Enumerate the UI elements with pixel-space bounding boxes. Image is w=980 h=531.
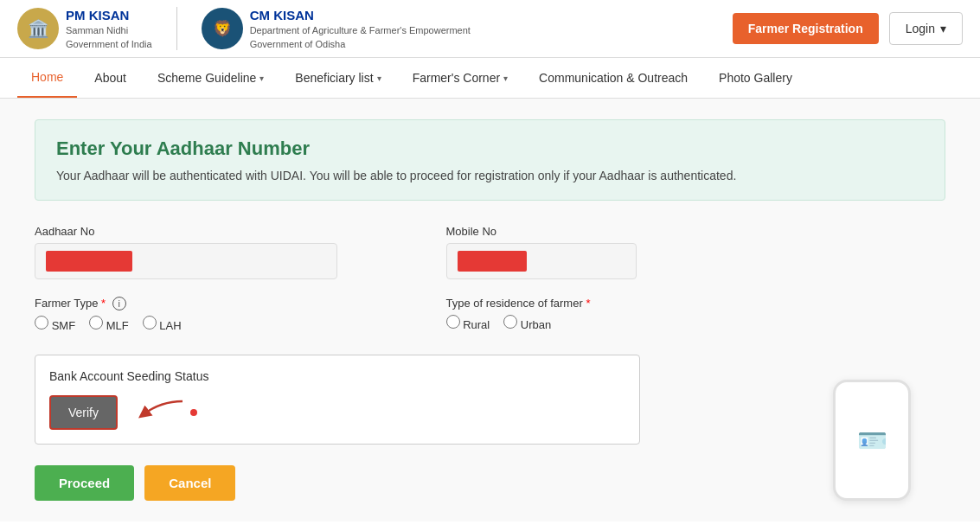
pm-kisan-text: PM KISAN Samman Nidhi Government of Indi… [66, 8, 152, 50]
chevron-down-icon: ▾ [377, 74, 381, 83]
bank-seeding-section: Bank Account Seeding Status Verify [35, 355, 640, 445]
bank-section-title: Bank Account Seeding Status [49, 369, 625, 383]
dot-indicator [190, 409, 197, 416]
aadhaar-label: Aadhaar No [35, 225, 405, 238]
form-area: Aadhaar No Mobile No Farmer Type [35, 225, 816, 501]
main-nav: Home About Scheme Guideline ▾ Beneficiar… [0, 58, 980, 99]
info-title: Enter Your Aadhaar Number [56, 138, 924, 160]
chevron-down-icon: ▾ [259, 74, 264, 83]
phone-mockup-area: 🪪 [833, 225, 945, 501]
logo-divider [176, 7, 177, 50]
verify-button[interactable]: Verify [49, 395, 118, 430]
header: 🏛️ PM KISAN Samman Nidhi Government of I… [0, 0, 980, 58]
residence-label: Type of residence of farmer * [446, 297, 817, 310]
bank-row: Verify [49, 395, 625, 430]
residence-rural-option[interactable]: Rural [446, 315, 490, 331]
nav-farmers-corner[interactable]: Farmer's Corner ▾ [399, 59, 522, 97]
nav-home[interactable]: Home [17, 58, 77, 98]
cm-kisan-logo-section: 🦁 CM KISAN Department of Agriculture & F… [202, 8, 471, 50]
info-text: Your Aadhaar will be authenticated with … [56, 169, 924, 182]
farmer-type-label: Farmer Type * i [35, 297, 405, 310]
login-label: Login [906, 22, 935, 35]
aadhaar-info-box: Enter Your Aadhaar Number Your Aadhaar w… [35, 119, 945, 201]
farmer-type-lah-option[interactable]: LAH [143, 316, 182, 332]
pm-kisan-gov: Government of India [66, 39, 152, 49]
farmer-registration-button[interactable]: Farmer Registration [733, 13, 879, 44]
mobile-group: Mobile No [446, 225, 817, 279]
farmer-type-smf-label: SMF [52, 319, 75, 332]
arrow-icon [135, 397, 187, 428]
pm-kisan-title: PM KISAN [66, 8, 152, 22]
nav-communication-outreach[interactable]: Communication & Outreach [525, 59, 701, 97]
farmer-type-lah-radio[interactable] [143, 316, 157, 329]
farmer-type-smf-radio[interactable] [35, 316, 48, 329]
aadhaar-input-wrapper [35, 243, 337, 279]
header-logos: 🏛️ PM KISAN Samman Nidhi Government of I… [17, 7, 733, 50]
residence-urban-label: Urban [521, 318, 551, 331]
cm-kisan-dept: Department of Agriculture & Farmer's Emp… [250, 25, 471, 35]
mobile-redacted-value [458, 251, 527, 272]
chevron-down-icon: ▾ [940, 22, 946, 35]
aadhaar-redacted-value [46, 251, 132, 272]
farmer-type-group: Farmer Type * i SMF MLF [35, 297, 405, 337]
farmer-type-radio-group: SMF MLF LAH [35, 316, 405, 337]
residence-rural-radio[interactable] [446, 315, 460, 329]
cancel-button[interactable]: Cancel [144, 465, 235, 501]
header-actions: Farmer Registration Login ▾ [733, 12, 963, 45]
farmer-type-mlf-radio[interactable] [89, 316, 103, 329]
farmer-type-mlf-option[interactable]: MLF [89, 316, 129, 332]
cm-kisan-emblem: 🦁 [202, 8, 243, 49]
cm-kisan-text: CM KISAN Department of Agriculture & Far… [250, 8, 471, 50]
phone-mockup: 🪪 [833, 380, 911, 501]
residence-urban-option[interactable]: Urban [503, 315, 551, 331]
aadhaar-group: Aadhaar No [35, 225, 405, 279]
cm-kisan-title: CM KISAN [250, 8, 471, 22]
nav-scheme-guideline[interactable]: Scheme Guideline ▾ [144, 59, 278, 97]
residence-group: Type of residence of farmer * Rural Urba… [446, 297, 817, 337]
aadhaar-mobile-row: Aadhaar No Mobile No [35, 225, 816, 279]
login-button[interactable]: Login ▾ [889, 12, 963, 45]
action-buttons: Proceed Cancel [35, 465, 816, 501]
nav-photo-gallery[interactable]: Photo Gallery [705, 59, 806, 97]
aadhaar-symbol-icon: 🪪 [857, 426, 887, 455]
nav-about[interactable]: About [80, 59, 140, 97]
residence-urban-radio[interactable] [503, 315, 517, 329]
nav-beneficiary-list[interactable]: Beneficiary list ▾ [281, 59, 394, 97]
proceed-button[interactable]: Proceed [35, 465, 134, 501]
main-content: Enter Your Aadhaar Number Your Aadhaar w… [0, 99, 980, 521]
info-icon[interactable]: i [112, 297, 126, 310]
farmer-type-required: * [101, 297, 106, 310]
residence-radio-group: Rural Urban [446, 315, 817, 336]
cm-kisan-gov: Government of Odisha [250, 39, 346, 49]
pm-kisan-logo-section: 🏛️ PM KISAN Samman Nidhi Government of I… [17, 8, 152, 50]
pm-kisan-subtitle: Samman Nidhi [66, 25, 128, 35]
arrow-indicator [135, 397, 197, 428]
content-area: Aadhaar No Mobile No Farmer Type [35, 225, 945, 501]
residence-required: * [586, 297, 590, 310]
mobile-input-wrapper [446, 243, 637, 279]
pm-kisan-emblem: 🏛️ [17, 8, 59, 49]
chevron-down-icon: ▾ [503, 74, 508, 83]
mobile-label: Mobile No [446, 225, 817, 238]
farmer-type-mlf-label: MLF [106, 319, 129, 332]
farmer-type-residence-row: Farmer Type * i SMF MLF [35, 297, 816, 337]
farmer-type-lah-label: LAH [159, 319, 181, 332]
residence-rural-label: Rural [463, 318, 490, 331]
farmer-type-smf-option[interactable]: SMF [35, 316, 75, 332]
